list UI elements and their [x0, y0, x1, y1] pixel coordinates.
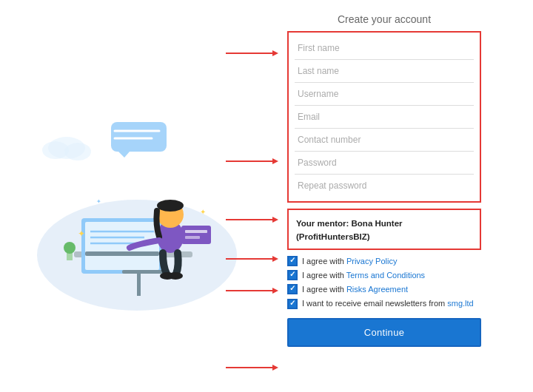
svg-marker-37 [272, 256, 278, 262]
risks-link[interactable]: Risks Agreement [346, 285, 408, 294]
terms-link[interactable]: Terms and Conditions [346, 271, 425, 280]
risks-row: I agree with Risks Agreement [287, 284, 481, 294]
illustration-area: ✦ ✦ ✦ [0, 0, 281, 392]
newsletter-label: I want to receive email newsletters from… [302, 298, 474, 309]
svg-point-23 [64, 242, 76, 254]
svg-point-19 [157, 200, 184, 212]
risks-label: I agree with Risks Agreement [302, 285, 408, 294]
last-name-input[interactable] [295, 60, 474, 83]
svg-rect-10 [85, 222, 159, 270]
svg-text:✦: ✦ [200, 208, 206, 216]
svg-rect-15 [122, 270, 163, 274]
privacy-checkbox[interactable] [287, 256, 298, 266]
svg-rect-25 [185, 230, 207, 233]
mentor-text: Your mentor: Bona Hunter (ProfitHuntersB… [296, 219, 403, 241]
continue-button[interactable]: Continue [287, 318, 481, 347]
risks-checkbox[interactable] [287, 284, 298, 294]
form-area: Create your account Your mentor: Bona Hu… [281, 0, 489, 392]
email-input[interactable] [295, 106, 474, 129]
svg-rect-1 [111, 122, 167, 152]
newsletter-row: I want to receive email newsletters from… [287, 298, 481, 309]
svg-marker-35 [272, 217, 278, 223]
mentor-box: Your mentor: Bona Hunter (ProfitHuntersB… [287, 209, 481, 250]
terms-label: I agree with Terms and Conditions [302, 271, 425, 280]
first-name-input[interactable] [295, 37, 474, 60]
svg-rect-26 [185, 236, 200, 239]
terms-row: I agree with Terms and Conditions [287, 270, 481, 280]
page-title: Create your account [287, 13, 481, 25]
smg-link[interactable]: smg.ltd [447, 299, 473, 308]
svg-marker-41 [272, 365, 278, 371]
repeat-password-input[interactable] [295, 175, 474, 197]
svg-marker-39 [272, 288, 278, 294]
form-fields-box [287, 31, 481, 203]
privacy-label: I agree with Privacy Policy [302, 257, 397, 266]
privacy-row: I agree with Privacy Policy [287, 256, 481, 266]
privacy-policy-link[interactable]: Privacy Policy [346, 257, 397, 266]
svg-rect-16 [137, 274, 141, 296]
svg-marker-31 [272, 50, 278, 56]
terms-checkbox[interactable] [287, 270, 298, 280]
svg-marker-33 [272, 158, 278, 164]
main-container: ✦ ✦ ✦ Create your acco [0, 0, 533, 392]
svg-marker-4 [118, 152, 130, 158]
contact-number-input[interactable] [295, 129, 474, 152]
newsletter-checkbox[interactable] [287, 299, 298, 309]
password-input[interactable] [295, 152, 474, 175]
svg-text:✦: ✦ [78, 229, 85, 239]
username-input[interactable] [295, 83, 474, 106]
svg-rect-24 [181, 226, 211, 244]
svg-rect-14 [85, 251, 159, 256]
svg-point-7 [64, 143, 91, 160]
checkboxes-area: I agree with Privacy Policy I agree with… [287, 256, 481, 309]
svg-point-21 [168, 272, 183, 280]
desk-illustration: ✦ ✦ ✦ [22, 107, 259, 314]
svg-text:✦: ✦ [96, 198, 101, 205]
